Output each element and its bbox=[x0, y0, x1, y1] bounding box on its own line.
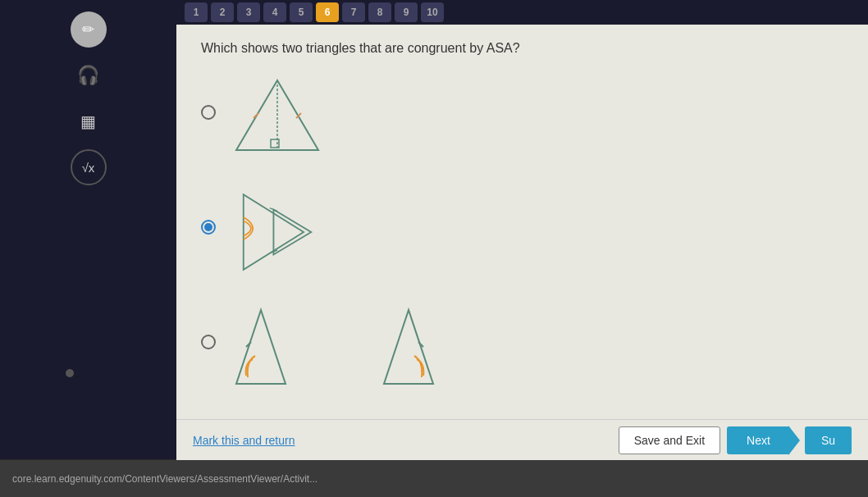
tab-10[interactable]: 10 bbox=[421, 2, 444, 22]
triangle-c1 bbox=[228, 302, 327, 392]
tab-5[interactable]: 5 bbox=[290, 2, 313, 22]
tab-7[interactable]: 7 bbox=[342, 2, 365, 22]
formula-button[interactable]: √x bbox=[71, 149, 107, 185]
submit-button[interactable]: Su bbox=[805, 426, 852, 454]
tab-1[interactable]: 1 bbox=[185, 2, 208, 22]
triangle-b-container bbox=[228, 187, 327, 277]
triangle-a1 bbox=[228, 72, 327, 162]
calculator-button[interactable]: ▦ bbox=[71, 103, 107, 139]
radio-a[interactable] bbox=[201, 105, 216, 120]
bottom-bar: Mark this and return Save and Exit Next … bbox=[176, 419, 868, 460]
main-content: Which shows two triangles that are congr… bbox=[176, 25, 868, 460]
question-text: Which shows two triangles that are congr… bbox=[201, 41, 843, 56]
tab-9[interactable]: 9 bbox=[395, 2, 418, 22]
tab-8[interactable]: 8 bbox=[368, 2, 391, 22]
pencil-button[interactable]: ✏ bbox=[71, 11, 107, 48]
url-text: core.learn.edgenuity.com/ContentViewers/… bbox=[12, 473, 318, 485]
headphone-button[interactable]: 🎧 bbox=[71, 57, 107, 93]
bottom-right-buttons: Save and Exit Next Su bbox=[619, 426, 852, 454]
triangle-b1 bbox=[228, 187, 327, 277]
triangle-a-container bbox=[228, 72, 327, 162]
tab-3[interactable]: 3 bbox=[237, 2, 260, 22]
mark-return-link[interactable]: Mark this and return bbox=[193, 434, 295, 447]
answer-options bbox=[201, 72, 843, 392]
tab-6[interactable]: 6 bbox=[316, 2, 339, 22]
triangle-c-container bbox=[228, 302, 441, 392]
decorative-circle bbox=[66, 369, 74, 377]
next-button[interactable]: Next bbox=[727, 426, 790, 454]
radio-c[interactable] bbox=[201, 335, 216, 349]
tab-4[interactable]: 4 bbox=[263, 2, 286, 22]
left-toolbar: ✏ 🎧 ▦ √x bbox=[0, 0, 176, 459]
option-a bbox=[201, 72, 843, 162]
tab-2[interactable]: 2 bbox=[211, 2, 234, 22]
save-exit-button[interactable]: Save and Exit bbox=[619, 426, 720, 454]
svg-marker-11 bbox=[384, 310, 433, 384]
option-c bbox=[201, 302, 843, 392]
option-b bbox=[201, 187, 843, 277]
tab-bar: 1 2 3 4 5 6 7 8 9 10 bbox=[176, 0, 868, 25]
radio-b[interactable] bbox=[201, 220, 216, 235]
svg-marker-9 bbox=[236, 310, 286, 384]
url-bar: core.learn.edgenuity.com/ContentViewers/… bbox=[0, 460, 868, 497]
triangle-c2 bbox=[343, 302, 441, 392]
